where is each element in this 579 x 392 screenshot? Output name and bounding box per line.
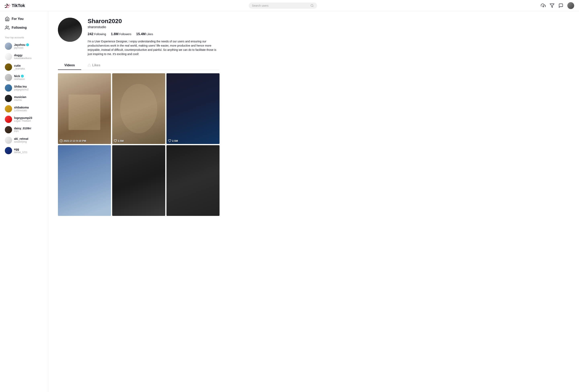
followers-count: 1.8M — [111, 32, 119, 36]
following-count: 242 — [88, 32, 93, 36]
svg-rect-4 — [88, 65, 90, 66]
sidebar-account-shiba-inu[interactable]: Shiba Inupaigegotchu2 — [1, 83, 46, 93]
account-avatar — [5, 53, 12, 60]
account-name: cutie — [14, 64, 25, 67]
account-avatar — [5, 126, 12, 133]
tab-videos[interactable]: Videos — [58, 61, 81, 70]
search-bar[interactable] — [249, 2, 317, 9]
video-thumb-v3[interactable]: 2.5M — [166, 73, 219, 144]
following-label: Following — [94, 33, 106, 36]
sidebar-account-aki_retreat[interactable]: aki_retreatsosatisfying — [1, 135, 46, 145]
profile-header: Sharon2020 sharonstudio 242 Following 1.… — [58, 18, 219, 56]
account-avatar — [5, 116, 12, 123]
sidebar-label-for-you: For You — [12, 17, 23, 21]
filter-icon[interactable] — [550, 3, 555, 8]
account-username: nickfasion — [14, 78, 25, 81]
main-content: Sharon2020 sharonstudio 242 Following 1.… — [48, 11, 229, 392]
video-thumb-v2[interactable]: 2.5M — [112, 73, 165, 144]
message-icon[interactable] — [559, 3, 563, 8]
account-username: paigegotchu2 — [14, 88, 29, 91]
tiktok-logo-icon — [5, 3, 10, 8]
sidebar-account-daisy_0109rr[interactable]: daisy_0109rrPIPI — [1, 124, 46, 135]
followers-stat: 1.8M Followers — [111, 32, 132, 36]
profile-tabs: Videos Likes — [58, 61, 219, 70]
account-username: _teamaka — [14, 67, 25, 70]
accounts-list: Jayzhou✓jaymusicdoggylukasbakwilkenscuti… — [0, 41, 48, 156]
svg-marker-2 — [550, 4, 554, 7]
sidebar-account-nick[interactable]: Nick✓nickfasion — [1, 72, 46, 83]
likes-label: Likes — [146, 33, 153, 36]
account-name: egg — [14, 148, 28, 151]
profile-bio: I'm a User Experience Designer, I enjoy … — [88, 39, 219, 56]
following-stat: 242 Following — [88, 32, 106, 36]
svg-point-0 — [311, 4, 313, 6]
account-name: shibakoma — [14, 106, 29, 109]
sidebar-label-following: Following — [12, 26, 27, 30]
sidebar-account-logeypump23[interactable]: logeypump23Logan Thielbert — [1, 114, 46, 124]
sidebar-item-for-you[interactable]: For You — [1, 14, 46, 23]
account-name: musician — [14, 95, 26, 99]
followers-label: Followers — [119, 33, 131, 36]
home-icon — [5, 16, 10, 21]
heart-icon — [168, 139, 171, 142]
clock-icon — [60, 139, 63, 142]
tab-videos-label: Videos — [64, 63, 75, 67]
profile-display-name: Sharon2020 — [88, 18, 219, 24]
video-likes-overlay: 2.5M — [168, 139, 178, 142]
video-thumb-v5[interactable] — [112, 145, 165, 216]
video-grid: 2021-2-13 9:10 PM 2.5M 2.5M — [58, 73, 219, 216]
sidebar-account-shibakoma[interactable]: shibakomaLoStressato — [1, 104, 46, 114]
profile-handle: sharonstudio — [88, 25, 219, 29]
search-icon — [310, 4, 314, 7]
account-name: logeypump23 — [14, 116, 32, 119]
account-avatar — [5, 95, 12, 102]
account-name: Shiba Inu — [14, 85, 29, 88]
video-thumb-v1[interactable]: 2021-2-13 9:10 PM — [58, 73, 111, 144]
sidebar-account-jayzhou[interactable]: Jayzhou✓jaymusic — [1, 41, 46, 52]
user-avatar[interactable] — [567, 2, 574, 9]
header-icons — [541, 2, 574, 9]
sidebar-account-cutie[interactable]: cutie_teamaka — [1, 62, 46, 72]
account-username: jaymusic — [14, 46, 29, 49]
search-input[interactable] — [252, 4, 309, 7]
following-icon — [5, 25, 10, 30]
account-avatar — [5, 74, 12, 81]
heart-icon — [114, 139, 117, 142]
upload-icon[interactable] — [541, 3, 546, 8]
account-username: miumiu — [14, 99, 26, 101]
sidebar-account-musician[interactable]: musicianmiumiu — [1, 93, 46, 104]
profile-avatar — [58, 18, 82, 42]
account-avatar — [5, 63, 12, 71]
sidebar-item-following[interactable]: Following — [1, 23, 46, 32]
account-avatar — [5, 105, 12, 112]
logo-text: TikTok — [12, 3, 25, 8]
account-avatar — [5, 43, 12, 50]
account-username: LoStressato — [14, 109, 29, 112]
video-thumb-v4[interactable] — [58, 145, 111, 216]
top-accounts-label: Your top accounts — [0, 36, 48, 39]
tab-likes[interactable]: Likes — [81, 61, 107, 70]
logo[interactable]: TikTok — [5, 3, 25, 8]
likes-stat: 15.4M Likes — [136, 32, 153, 36]
video-thumb-v6[interactable] — [166, 145, 219, 216]
sidebar-account-doggy[interactable]: doggylukasbakwilkens — [1, 52, 46, 62]
sidebar: For You Following Your top accounts Jayz… — [0, 11, 48, 392]
account-avatar — [5, 137, 12, 144]
account-name: doggy — [14, 54, 32, 57]
profile-stats: 242 Following 1.8M Followers 15.4M Likes — [88, 32, 219, 36]
verified-badge: ✓ — [26, 43, 29, 46]
svg-point-3 — [6, 26, 7, 28]
account-avatar — [5, 84, 12, 92]
account-username: sosatisfying — [14, 140, 28, 143]
sidebar-nav: For You Following — [0, 14, 48, 32]
header: TikTok — [0, 0, 579, 11]
account-name: Nick✓ — [14, 74, 25, 78]
account-avatar — [5, 147, 12, 154]
account-name: daisy_0109rr — [14, 127, 31, 130]
video-likes-overlay: 2.5M — [114, 139, 124, 142]
account-username: PIPI — [14, 130, 31, 133]
account-username: Logan Thielbert — [14, 119, 32, 122]
sidebar-account-egg[interactable]: eggtaetae_1211 — [1, 145, 46, 156]
lock-icon — [88, 64, 91, 67]
account-name: aki_retreat — [14, 137, 28, 140]
